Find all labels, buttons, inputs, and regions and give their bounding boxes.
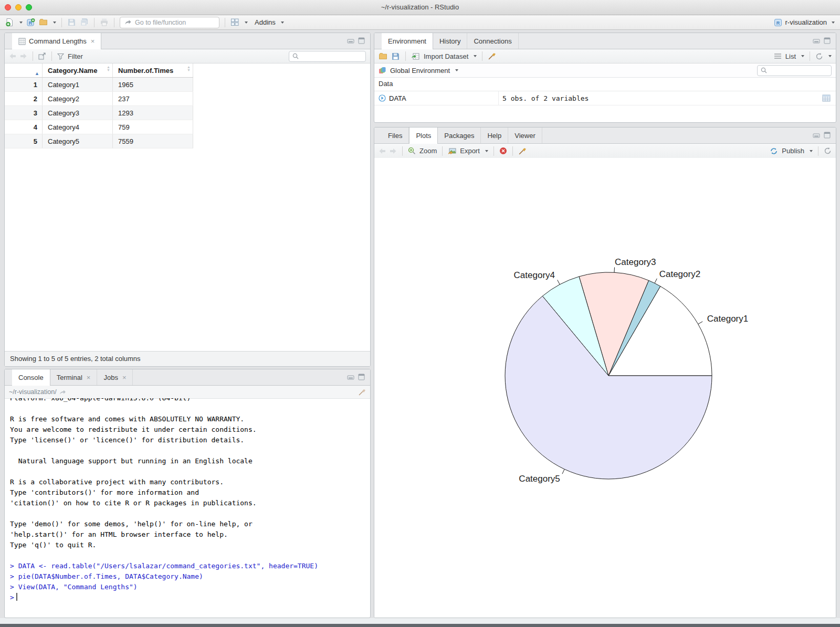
zoom-plot-button[interactable]: Zoom [419, 147, 437, 155]
open-file-dropdown[interactable] [53, 22, 56, 24]
environment-object-row[interactable]: DATA 5 obs. of 2 variables [374, 91, 836, 105]
viewer-search-input[interactable] [289, 51, 366, 62]
row-number-header[interactable]: ▲ [5, 63, 43, 77]
close-icon[interactable]: × [122, 374, 127, 381]
table-row[interactable]: 5Category57559 [5, 134, 193, 148]
environment-scope-dropdown[interactable] [455, 69, 458, 71]
list-view-button[interactable]: List [785, 52, 796, 60]
minimize-pane-icon[interactable] [813, 38, 821, 44]
export-plot-button[interactable]: Export [460, 147, 480, 155]
save-workspace-icon[interactable] [391, 52, 400, 61]
minimize-pane-icon[interactable] [347, 374, 355, 380]
goto-file-input[interactable]: Go to file/function [120, 17, 219, 28]
new-file-icon[interactable] [5, 18, 14, 27]
remove-plot-icon[interactable] [499, 147, 507, 155]
tab-history[interactable]: History [433, 33, 467, 49]
titlebar: ~/r-visualization - RStudio [0, 0, 840, 15]
forward-icon[interactable] [20, 53, 27, 59]
maximize-pane-icon[interactable] [358, 374, 365, 380]
panes-layout-icon[interactable] [230, 18, 239, 27]
refresh-dropdown[interactable] [828, 55, 832, 57]
tab-command-lengths[interactable]: Command Lengths × [12, 33, 101, 49]
clear-environment-icon[interactable] [488, 52, 496, 60]
next-plot-icon[interactable] [390, 148, 397, 154]
console-prompt-line[interactable]: > [10, 592, 370, 603]
cell-number-of-times: 1965 [113, 78, 193, 91]
list-view-dropdown[interactable] [801, 55, 804, 57]
table-row[interactable]: 4Category4759 [5, 120, 193, 134]
expand-object-icon[interactable] [379, 94, 386, 102]
import-dataset-button[interactable]: Import Dataset [424, 52, 468, 60]
tab-terminal[interactable]: Terminal × [50, 369, 98, 385]
save-icon[interactable] [67, 18, 76, 27]
console-output-line [10, 550, 370, 561]
load-workspace-icon[interactable] [379, 52, 387, 61]
pie-tick-Category2 [655, 279, 657, 283]
table-row[interactable]: 2Category2237 [5, 92, 193, 106]
object-description: 5 obs. of 2 variables [502, 94, 589, 102]
view-data-icon[interactable] [822, 94, 831, 102]
sort-toggle-icon[interactable]: ▲▼ [107, 66, 110, 72]
tab-plots[interactable]: Plots [409, 127, 438, 144]
goto-directory-icon[interactable] [59, 389, 66, 395]
minimize-pane-icon[interactable] [347, 38, 355, 44]
previous-plot-icon[interactable] [379, 148, 386, 154]
open-new-window-icon[interactable] [38, 52, 46, 60]
tab-label: Help [487, 132, 501, 140]
toolbar-separator [494, 146, 494, 156]
tab-console[interactable]: Console [12, 369, 50, 386]
sort-toggle-icon[interactable]: ▲▼ [187, 66, 191, 72]
open-file-icon[interactable] [39, 18, 48, 27]
maximize-pane-icon[interactable] [824, 37, 831, 44]
close-icon[interactable]: × [87, 374, 91, 381]
tab-connections[interactable]: Connections [467, 33, 518, 49]
text-cursor [16, 593, 17, 601]
cell-number-of-times: 237 [113, 92, 193, 105]
back-icon[interactable] [9, 53, 16, 59]
maximize-pane-icon[interactable] [824, 132, 831, 139]
column-header-number-of-times[interactable]: Number.of.Times ▲▼ [113, 63, 193, 77]
table-row[interactable]: 1Category11965 [5, 78, 193, 92]
environment-search-input[interactable] [757, 65, 832, 76]
table-row[interactable]: 3Category31293 [5, 106, 193, 120]
toolbar-separator [442, 146, 443, 156]
addins-button[interactable]: Addins [255, 18, 276, 26]
new-project-icon[interactable]: R [26, 18, 35, 27]
new-file-dropdown[interactable] [19, 22, 23, 24]
environment-tabstrip: Environment History Connections [374, 33, 836, 49]
tab-viewer[interactable]: Viewer [508, 127, 542, 143]
print-icon[interactable] [100, 18, 109, 27]
tab-packages[interactable]: Packages [438, 127, 481, 143]
import-dataset-icon [411, 52, 420, 60]
clear-console-icon[interactable] [358, 388, 366, 396]
refresh-plot-icon[interactable] [824, 147, 832, 155]
tab-label: Plots [416, 132, 431, 140]
refresh-icon[interactable] [815, 52, 823, 60]
export-plot-icon [448, 147, 456, 155]
console-output-line: Type 'demo()' for some demos, 'help()' f… [10, 519, 370, 529]
tab-files[interactable]: Files [382, 127, 409, 143]
project-selector[interactable]: R r-visualization [774, 18, 835, 27]
import-dataset-dropdown[interactable] [474, 55, 477, 57]
addins-dropdown[interactable] [281, 22, 284, 24]
tab-environment[interactable]: Environment [382, 33, 433, 49]
column-header-category-name[interactable]: Category.Name ▲▼ [43, 63, 113, 77]
export-plot-dropdown[interactable] [485, 150, 488, 152]
publish-button[interactable]: Publish [782, 147, 804, 155]
minimize-pane-icon[interactable] [813, 132, 821, 138]
close-icon[interactable]: × [91, 37, 95, 45]
search-icon [761, 67, 767, 73]
save-all-icon[interactable] [80, 18, 89, 27]
tab-help[interactable]: Help [481, 127, 508, 143]
maximize-pane-icon[interactable] [358, 37, 365, 44]
console-scroll-area[interactable]: Platform: x86_64-apple-darwin15.6.0 (64-… [5, 398, 370, 618]
environment-scope-selector[interactable]: Global Environment [390, 67, 450, 75]
clear-all-plots-icon[interactable] [518, 147, 527, 155]
filter-button[interactable]: Filter [68, 52, 83, 60]
tab-label: Packages [444, 132, 474, 140]
tab-jobs[interactable]: Jobs × [97, 369, 133, 385]
panes-layout-dropdown[interactable] [245, 22, 248, 24]
working-directory[interactable]: ~/r-visualization/ [9, 388, 57, 396]
publish-dropdown[interactable] [810, 150, 813, 152]
pie-label-Category5: Category5 [519, 474, 560, 484]
